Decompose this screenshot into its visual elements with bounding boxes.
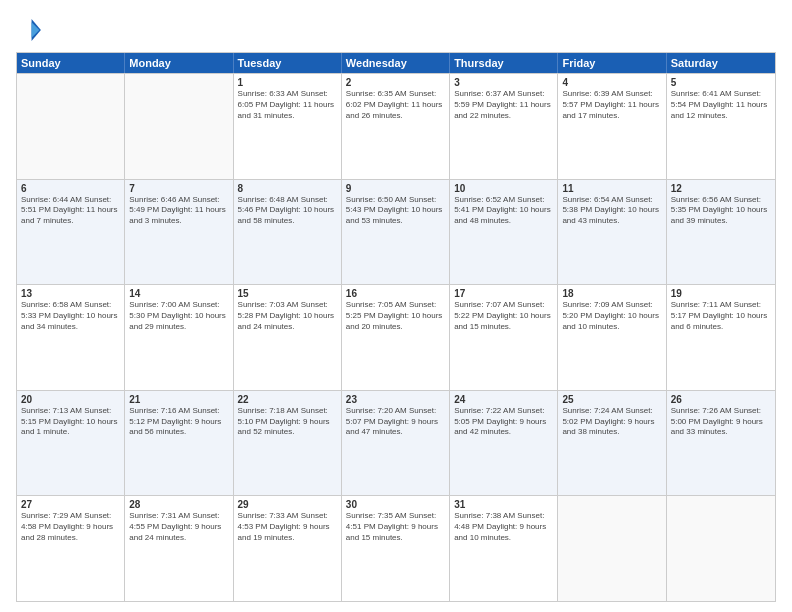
- calendar-cell: [125, 74, 233, 179]
- calendar-cell: [17, 74, 125, 179]
- day-info: Sunrise: 7:33 AM Sunset: 4:53 PM Dayligh…: [238, 511, 337, 543]
- calendar-cell: 20Sunrise: 7:13 AM Sunset: 5:15 PM Dayli…: [17, 391, 125, 496]
- day-info: Sunrise: 7:11 AM Sunset: 5:17 PM Dayligh…: [671, 300, 771, 332]
- day-number: 21: [129, 394, 228, 405]
- day-number: 23: [346, 394, 445, 405]
- day-number: 25: [562, 394, 661, 405]
- day-info: Sunrise: 6:54 AM Sunset: 5:38 PM Dayligh…: [562, 195, 661, 227]
- header-day-thursday: Thursday: [450, 53, 558, 73]
- day-number: 9: [346, 183, 445, 194]
- calendar-row-2: 6Sunrise: 6:44 AM Sunset: 5:51 PM Daylig…: [17, 179, 775, 285]
- day-info: Sunrise: 6:39 AM Sunset: 5:57 PM Dayligh…: [562, 89, 661, 121]
- calendar-cell: 14Sunrise: 7:00 AM Sunset: 5:30 PM Dayli…: [125, 285, 233, 390]
- day-number: 30: [346, 499, 445, 510]
- day-info: Sunrise: 7:03 AM Sunset: 5:28 PM Dayligh…: [238, 300, 337, 332]
- day-number: 16: [346, 288, 445, 299]
- day-number: 10: [454, 183, 553, 194]
- calendar-row-3: 13Sunrise: 6:58 AM Sunset: 5:33 PM Dayli…: [17, 284, 775, 390]
- day-number: 29: [238, 499, 337, 510]
- calendar-row-5: 27Sunrise: 7:29 AM Sunset: 4:58 PM Dayli…: [17, 495, 775, 601]
- calendar-cell: 23Sunrise: 7:20 AM Sunset: 5:07 PM Dayli…: [342, 391, 450, 496]
- day-number: 27: [21, 499, 120, 510]
- day-number: 31: [454, 499, 553, 510]
- header-day-saturday: Saturday: [667, 53, 775, 73]
- day-info: Sunrise: 7:22 AM Sunset: 5:05 PM Dayligh…: [454, 406, 553, 438]
- day-info: Sunrise: 6:46 AM Sunset: 5:49 PM Dayligh…: [129, 195, 228, 227]
- calendar-cell: 1Sunrise: 6:33 AM Sunset: 6:05 PM Daylig…: [234, 74, 342, 179]
- calendar-cell: 17Sunrise: 7:07 AM Sunset: 5:22 PM Dayli…: [450, 285, 558, 390]
- calendar-cell: 11Sunrise: 6:54 AM Sunset: 5:38 PM Dayli…: [558, 180, 666, 285]
- calendar-cell: [558, 496, 666, 601]
- calendar-body: 1Sunrise: 6:33 AM Sunset: 6:05 PM Daylig…: [17, 73, 775, 601]
- logo-icon: [16, 16, 44, 44]
- calendar-cell: 10Sunrise: 6:52 AM Sunset: 5:41 PM Dayli…: [450, 180, 558, 285]
- header-day-wednesday: Wednesday: [342, 53, 450, 73]
- day-number: 7: [129, 183, 228, 194]
- day-info: Sunrise: 7:16 AM Sunset: 5:12 PM Dayligh…: [129, 406, 228, 438]
- calendar-cell: 21Sunrise: 7:16 AM Sunset: 5:12 PM Dayli…: [125, 391, 233, 496]
- calendar-cell: 13Sunrise: 6:58 AM Sunset: 5:33 PM Dayli…: [17, 285, 125, 390]
- day-info: Sunrise: 7:00 AM Sunset: 5:30 PM Dayligh…: [129, 300, 228, 332]
- calendar-cell: 31Sunrise: 7:38 AM Sunset: 4:48 PM Dayli…: [450, 496, 558, 601]
- header: [16, 16, 776, 44]
- calendar-cell: [667, 496, 775, 601]
- calendar-cell: 4Sunrise: 6:39 AM Sunset: 5:57 PM Daylig…: [558, 74, 666, 179]
- day-info: Sunrise: 7:13 AM Sunset: 5:15 PM Dayligh…: [21, 406, 120, 438]
- day-number: 11: [562, 183, 661, 194]
- day-info: Sunrise: 6:50 AM Sunset: 5:43 PM Dayligh…: [346, 195, 445, 227]
- calendar-cell: 24Sunrise: 7:22 AM Sunset: 5:05 PM Dayli…: [450, 391, 558, 496]
- day-info: Sunrise: 7:09 AM Sunset: 5:20 PM Dayligh…: [562, 300, 661, 332]
- day-number: 26: [671, 394, 771, 405]
- day-number: 5: [671, 77, 771, 88]
- calendar-cell: 26Sunrise: 7:26 AM Sunset: 5:00 PM Dayli…: [667, 391, 775, 496]
- day-number: 2: [346, 77, 445, 88]
- day-info: Sunrise: 6:35 AM Sunset: 6:02 PM Dayligh…: [346, 89, 445, 121]
- calendar-cell: 22Sunrise: 7:18 AM Sunset: 5:10 PM Dayli…: [234, 391, 342, 496]
- calendar-cell: 6Sunrise: 6:44 AM Sunset: 5:51 PM Daylig…: [17, 180, 125, 285]
- day-number: 22: [238, 394, 337, 405]
- day-info: Sunrise: 6:56 AM Sunset: 5:35 PM Dayligh…: [671, 195, 771, 227]
- calendar-cell: 16Sunrise: 7:05 AM Sunset: 5:25 PM Dayli…: [342, 285, 450, 390]
- calendar-cell: 19Sunrise: 7:11 AM Sunset: 5:17 PM Dayli…: [667, 285, 775, 390]
- day-number: 18: [562, 288, 661, 299]
- calendar-row-1: 1Sunrise: 6:33 AM Sunset: 6:05 PM Daylig…: [17, 73, 775, 179]
- day-info: Sunrise: 7:18 AM Sunset: 5:10 PM Dayligh…: [238, 406, 337, 438]
- day-number: 17: [454, 288, 553, 299]
- day-info: Sunrise: 7:35 AM Sunset: 4:51 PM Dayligh…: [346, 511, 445, 543]
- calendar-cell: 15Sunrise: 7:03 AM Sunset: 5:28 PM Dayli…: [234, 285, 342, 390]
- day-info: Sunrise: 6:58 AM Sunset: 5:33 PM Dayligh…: [21, 300, 120, 332]
- day-info: Sunrise: 6:37 AM Sunset: 5:59 PM Dayligh…: [454, 89, 553, 121]
- calendar-header: SundayMondayTuesdayWednesdayThursdayFrid…: [17, 53, 775, 73]
- header-day-monday: Monday: [125, 53, 233, 73]
- day-info: Sunrise: 7:29 AM Sunset: 4:58 PM Dayligh…: [21, 511, 120, 543]
- page: SundayMondayTuesdayWednesdayThursdayFrid…: [0, 0, 792, 612]
- day-info: Sunrise: 6:44 AM Sunset: 5:51 PM Dayligh…: [21, 195, 120, 227]
- day-info: Sunrise: 7:07 AM Sunset: 5:22 PM Dayligh…: [454, 300, 553, 332]
- calendar-cell: 8Sunrise: 6:48 AM Sunset: 5:46 PM Daylig…: [234, 180, 342, 285]
- day-number: 4: [562, 77, 661, 88]
- day-number: 14: [129, 288, 228, 299]
- day-info: Sunrise: 7:20 AM Sunset: 5:07 PM Dayligh…: [346, 406, 445, 438]
- day-number: 13: [21, 288, 120, 299]
- day-info: Sunrise: 7:24 AM Sunset: 5:02 PM Dayligh…: [562, 406, 661, 438]
- header-day-friday: Friday: [558, 53, 666, 73]
- day-number: 20: [21, 394, 120, 405]
- day-number: 6: [21, 183, 120, 194]
- calendar: SundayMondayTuesdayWednesdayThursdayFrid…: [16, 52, 776, 602]
- day-number: 24: [454, 394, 553, 405]
- calendar-cell: 18Sunrise: 7:09 AM Sunset: 5:20 PM Dayli…: [558, 285, 666, 390]
- calendar-cell: 28Sunrise: 7:31 AM Sunset: 4:55 PM Dayli…: [125, 496, 233, 601]
- calendar-row-4: 20Sunrise: 7:13 AM Sunset: 5:15 PM Dayli…: [17, 390, 775, 496]
- calendar-cell: 9Sunrise: 6:50 AM Sunset: 5:43 PM Daylig…: [342, 180, 450, 285]
- day-info: Sunrise: 7:26 AM Sunset: 5:00 PM Dayligh…: [671, 406, 771, 438]
- day-info: Sunrise: 6:48 AM Sunset: 5:46 PM Dayligh…: [238, 195, 337, 227]
- calendar-cell: 3Sunrise: 6:37 AM Sunset: 5:59 PM Daylig…: [450, 74, 558, 179]
- day-number: 8: [238, 183, 337, 194]
- day-info: Sunrise: 7:38 AM Sunset: 4:48 PM Dayligh…: [454, 511, 553, 543]
- header-day-sunday: Sunday: [17, 53, 125, 73]
- calendar-cell: 25Sunrise: 7:24 AM Sunset: 5:02 PM Dayli…: [558, 391, 666, 496]
- calendar-cell: 5Sunrise: 6:41 AM Sunset: 5:54 PM Daylig…: [667, 74, 775, 179]
- day-info: Sunrise: 6:33 AM Sunset: 6:05 PM Dayligh…: [238, 89, 337, 121]
- calendar-cell: 7Sunrise: 6:46 AM Sunset: 5:49 PM Daylig…: [125, 180, 233, 285]
- calendar-cell: 30Sunrise: 7:35 AM Sunset: 4:51 PM Dayli…: [342, 496, 450, 601]
